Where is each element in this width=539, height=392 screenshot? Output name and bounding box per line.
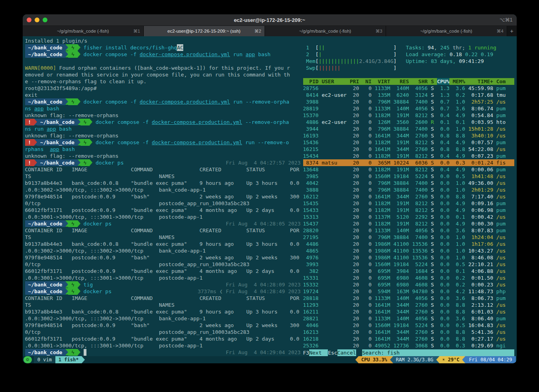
text-run: 1986M (372, 254, 390, 261)
process-row[interactable]: 11293 20 0 1641M 344M 2760 S 0.0 8.8 2:1… (303, 302, 514, 308)
text-run: 2600 (409, 119, 428, 125)
process-row[interactable]: 15313 20 0 1137M 5120 2292 S 0.0 0.1 0:0… (303, 214, 514, 220)
text-run: 0.8 (434, 146, 449, 153)
terminal-line: 0/tcp postcode_app_run_10003a5bc283 (25, 261, 301, 268)
process-row[interactable]: 4486 20 0 1986M 41100 13536 S 0.0 1.0 1h… (303, 241, 514, 247)
process-row[interactable]: 13648 20 0 1182M 191M 8212 S 0.4 4.9 0:0… (303, 166, 514, 173)
process-row[interactable]: 4042 20 0 796M 38884 7400 S 0.0 1.0 49:3… (303, 180, 514, 186)
tmux-window-1[interactable]: 1 fish* (55, 356, 82, 363)
text-run: 28821 (303, 315, 319, 322)
process-row[interactable]: 25326 20 0 49052 12736 3068 S 0.0 0.3 0:… (303, 342, 514, 349)
text-run: 0.0 (434, 261, 449, 268)
process-row[interactable]: 4976 20 0 1986M 41100 13536 S 0.0 1.0 8:… (303, 254, 514, 261)
close-button[interactable] (27, 18, 31, 22)
process-row[interactable]: 28818 20 0 1133M 140M 4056 S 0.0 3.6 8:0… (303, 295, 514, 302)
title-bar[interactable]: ec2-user@ip-172-26-15-209:~ ⌥⌘1 (23, 14, 517, 26)
process-row[interactable]: 4886 ec2-user 20 0 126M 3560 2600 R 0.1 … (303, 119, 514, 125)
text-run: 1641M (372, 335, 390, 342)
text-run: 140M (390, 105, 409, 112)
text-run: 1h41:48 (465, 173, 493, 180)
text-run: S (428, 159, 434, 166)
process-row[interactable]: 4865 20 0 1986M 41100 13536 S 0.0 1.0 10… (303, 247, 514, 254)
tab-bank-code-3[interactable]: ~/g/g/m/bank_code (-fish) ⌘3 (265, 26, 386, 36)
text-run: 20 (350, 119, 359, 125)
text-run: 8.8 (449, 193, 465, 200)
htop-search-bar[interactable]: F3Next EscCancel Search: fish (303, 349, 514, 356)
text-run: 0.0 (434, 288, 449, 295)
process-row[interactable]: 8414 ec2-user 20 0 135M 6240 3124 S 1.3 … (303, 92, 514, 98)
text-run: 0 (359, 329, 371, 335)
tmux-window-0[interactable]: 0 vim (34, 356, 55, 363)
process-row[interactable]: 15435 20 0 1182M 191M 8212 S 0.0 4.9 0:0… (303, 200, 514, 207)
process-row[interactable]: 3888 20 0 796M 38884 7400 S 0.0 1.0 2h01… (303, 186, 514, 193)
process-table-header[interactable]: PID USER PRI NI VIRT RES SHR S CPU% MEM%… (303, 78, 514, 85)
shell-pane[interactable]: Installed 1 plugin/s ~/bank_code ϟ fishe… (25, 37, 301, 356)
process-row[interactable]: 27195 20 0 796M 38884 7400 S 0.0 1.0 1h2… (303, 234, 514, 241)
tab-bank-code-4[interactable]: ~/g/g/m/bank_code (-fish) ⌘4 (386, 26, 507, 36)
process-row[interactable]: 15434 20 0 1182M 191M 8212 S 0.4 4.9 0:0… (303, 153, 514, 159)
process-row[interactable]: 19724 20 0 594M 163M 94780 S 0.0 4.2 11:… (303, 288, 514, 295)
text-run: 0 (359, 166, 371, 173)
tab-shortcut: ⌘3 (375, 29, 382, 34)
process-row[interactable]: 15433 20 0 1182M 191M 8212 S 0.0 4.9 0:0… (303, 207, 514, 214)
search-input[interactable]: Search: fish (362, 349, 514, 356)
prompt-path: ~/bank_code (25, 44, 66, 51)
process-row[interactable]: 28756 20 0 1133M 140M 4056 S 1.3 3.6 45:… (303, 85, 514, 92)
process-row[interactable]: 15436 20 0 1182M 191M 8212 S 0.4 4.9 0:0… (303, 139, 514, 146)
text-run: 2 (303, 51, 316, 58)
terminal-line: 0/tcp postcode_app_run_10003a5bc283 (25, 329, 301, 335)
process-row[interactable]: 15370 20 0 1182M 191M 8212 S 0.4 4.9 0:5… (303, 112, 514, 119)
zoom-button[interactable] (43, 18, 47, 22)
text-run: TS NAMES (25, 234, 175, 241)
process-row[interactable]: 15331 20 0 695M 6980 4608 S 0.0 0.2 0:01… (303, 274, 514, 281)
text-run: 7400 (409, 186, 428, 193)
terminal-line: 66012fbf3171 postcode:0.0.9 "bundle exec… (25, 207, 301, 214)
process-row[interactable]: 382 20 0 695M 3984 1684 S 0.0 0.1 4:06.8… (303, 268, 514, 274)
text-run: S (428, 98, 434, 105)
process-row[interactable]: 15437 20 0 1182M 191M 8212 S 0.0 4.9 0:0… (303, 220, 514, 227)
process-row[interactable]: 28820 20 0 1133M 140M 4056 S 0.0 3.6 8:0… (303, 227, 514, 234)
process-row[interactable]: 4046 20 0 1560M 19184 5224 S 0.0 0.5 16:… (303, 322, 514, 329)
text-run: 0.5 (449, 322, 465, 329)
text-run: app (246, 51, 255, 58)
text-run: app (47, 125, 56, 132)
text-run: R (428, 119, 434, 125)
text-run: 15h01:28 (465, 125, 493, 132)
process-row[interactable]: 15332 20 0 695M 6980 4608 S 0.0 0.2 0:00… (303, 281, 514, 288)
text-run: 0:07.23 (465, 153, 493, 159)
text-run: 20 (350, 329, 359, 335)
tab-bank-code-1[interactable]: ~/g/g/m/bank_code (-fish) ⌘1 (23, 26, 144, 36)
process-row[interactable]: 16218 20 0 1641M 344M 2760 S 0.0 8.8 0:2… (303, 335, 514, 342)
process-row[interactable]: 3944 20 0 796M 38884 7400 S 0.0 1.0 15h0… (303, 125, 514, 132)
tab-ssh-active[interactable]: ec2-user@ip-172-26-15-209:~ (ssh) ⌘2 (144, 26, 265, 36)
process-row[interactable]: 16211 20 0 1641M 344M 2760 S 0.0 8.8 6:0… (303, 308, 514, 315)
process-row[interactable]: 3993 20 0 1560M 19184 5224 S 0.0 0.5 22:… (303, 261, 514, 268)
terminal-line: root@2313d3f5489a:/app# (25, 85, 301, 92)
text-run: 13536 (409, 254, 428, 261)
text-run: 0 (359, 193, 371, 200)
minimize-button[interactable] (35, 18, 39, 22)
text-run (340, 65, 393, 71)
process-row[interactable]: 16215 20 0 1641M 344M 2760 S 0.8 8.8 54:… (303, 146, 514, 153)
new-tab-button[interactable]: + (507, 26, 517, 36)
text-run: 8.8 (449, 132, 465, 139)
process-row[interactable]: 16213 20 0 1641M 344M 2760 S 0.0 8.8 5:4… (303, 329, 514, 335)
process-row[interactable]: 3985 20 0 1560M 19184 5224 S 0.0 0.5 1h4… (303, 173, 514, 180)
text-run: 4046 (303, 322, 319, 329)
htop-pane[interactable]: 1 [|| ] Tasks: 94, 245 thr; 1 running 2 … (301, 37, 514, 356)
text-run: 41100 (390, 241, 409, 247)
text-run: 38884 (390, 234, 409, 241)
process-row[interactable]: 28819 20 0 1133M 140M 4056 S 0.7 3.6 8:0… (303, 105, 514, 112)
process-row[interactable]: 3988 20 0 796M 38884 7400 S 0.7 1.0 2h57… (303, 98, 514, 105)
text-run: 8.8 (449, 146, 465, 153)
text-run: run --remove-orpha (230, 98, 289, 105)
text-run: pum (493, 112, 506, 119)
text-run: 15435 (303, 200, 319, 207)
process-row[interactable]: 8374 matsu 20 0 365M 10224 6036 S 0.0 0.… (303, 159, 514, 166)
process-row[interactable]: 16212 20 0 1641M 344M 2760 S 0.0 8.8 7:1… (303, 193, 514, 200)
text-run: 1.0 (449, 186, 465, 193)
text-run: TS NAMES (25, 302, 175, 308)
git-branch-icon: ϟ (68, 288, 77, 295)
process-row[interactable]: 28821 20 0 1133M 140M 4056 S 0.0 3.6 8:0… (303, 315, 514, 322)
process-row[interactable]: 16193 20 0 1641M 344M 2760 S 0.8 8.8 3h4… (303, 132, 514, 139)
